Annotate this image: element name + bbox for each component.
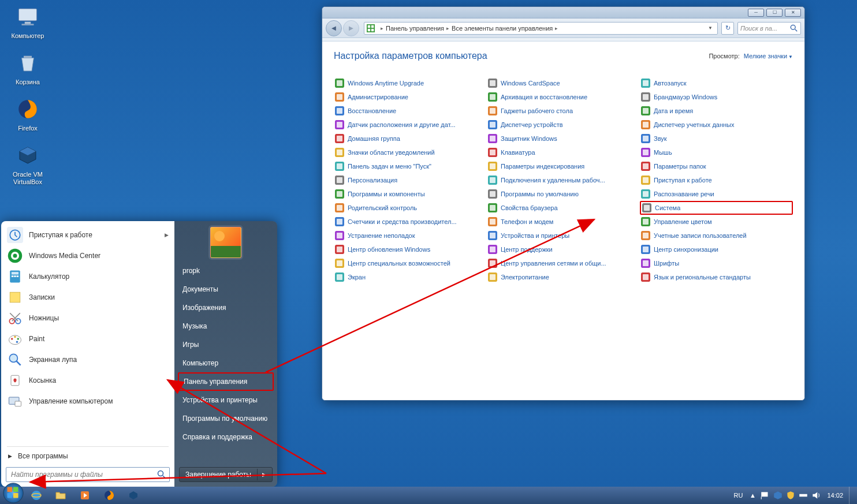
- sm-documents[interactable]: Документы: [174, 280, 277, 298]
- sm-devices[interactable]: Устройства и принтеры: [174, 391, 277, 409]
- cp-item[interactable]: Устройства и принтеры: [487, 229, 640, 242]
- cp-item[interactable]: Автозапуск: [640, 76, 793, 90]
- sm-solitaire[interactable]: Косынка: [2, 370, 173, 391]
- cp-item[interactable]: Телефон и модем: [487, 215, 640, 229]
- cp-item[interactable]: Восстановление: [334, 104, 487, 118]
- cp-item[interactable]: Устранение неполадок: [334, 229, 487, 242]
- cp-item[interactable]: Программы и компоненты: [334, 187, 487, 201]
- cp-item[interactable]: Windows Anytime Upgrade: [334, 76, 487, 90]
- sm-games[interactable]: Игры: [174, 335, 277, 354]
- breadcrumb-item[interactable]: Все элементы панели управления: [452, 25, 553, 32]
- cp-item[interactable]: Windows CardSpace: [487, 76, 640, 90]
- tb-vbox[interactable]: [122, 488, 145, 502]
- shutdown-options-icon[interactable]: ▶: [257, 469, 271, 480]
- sm-pictures[interactable]: Изображения: [174, 298, 277, 317]
- cp-item[interactable]: Подключения к удаленным рабоч...: [487, 173, 640, 187]
- sm-calculator[interactable]: Калькулятор: [2, 266, 173, 287]
- cp-item[interactable]: Панель задач и меню "Пуск": [334, 159, 487, 173]
- cp-item[interactable]: Центр управления сетями и общи...: [487, 256, 640, 270]
- start-button[interactable]: [2, 482, 24, 504]
- sm-search[interactable]: [6, 467, 170, 482]
- desktop-icon-recycle[interactable]: Корзина: [6, 50, 50, 86]
- cp-item[interactable]: Гаджеты рабочего стола: [487, 104, 640, 118]
- nav-back-button[interactable]: ◄: [326, 20, 342, 36]
- cp-item[interactable]: Язык и региональные стандарты: [640, 270, 793, 284]
- sm-control-panel[interactable]: Панель управления: [178, 372, 274, 391]
- cp-item[interactable]: Защитник Windows: [487, 132, 640, 145]
- cp-item[interactable]: Экран: [334, 270, 487, 284]
- cp-item[interactable]: Архивация и восстановление: [487, 90, 640, 104]
- sm-wmc[interactable]: Windows Media Center: [2, 245, 173, 266]
- tray-show-hidden-icon[interactable]: ▲: [747, 490, 758, 501]
- tray-volume-icon[interactable]: [811, 490, 821, 501]
- view-dropdown[interactable]: Мелкие значки▼: [744, 53, 793, 59]
- cp-item[interactable]: Параметры папок: [640, 159, 793, 173]
- cp-item[interactable]: Центр обновления Windows: [334, 242, 487, 256]
- cp-item[interactable]: Родительский контроль: [334, 201, 487, 215]
- cp-item[interactable]: Персонализация: [334, 173, 487, 187]
- sm-notes[interactable]: Записки: [2, 287, 173, 308]
- tray-shield-icon[interactable]: [785, 490, 796, 501]
- cp-item[interactable]: Система: [640, 201, 793, 215]
- cp-item[interactable]: Параметры индексирования: [487, 159, 640, 173]
- cp-item[interactable]: Приступая к работе: [640, 173, 793, 187]
- cp-item[interactable]: Датчик расположения и другие дат...: [334, 118, 487, 132]
- cp-item[interactable]: Звук: [640, 132, 793, 145]
- window-minimize-button[interactable]: ─: [748, 9, 764, 17]
- sm-compmgmt[interactable]: Управление компьютером: [2, 391, 173, 412]
- search-box[interactable]: Поиск в па...: [737, 22, 801, 35]
- cp-item[interactable]: Клавиатура: [487, 145, 640, 159]
- cp-item[interactable]: Распознавание речи: [640, 187, 793, 201]
- cp-item[interactable]: Центр синхронизации: [640, 242, 793, 256]
- cp-item[interactable]: Администрирование: [334, 90, 487, 104]
- cp-item[interactable]: Управление цветом: [640, 215, 793, 229]
- sm-paint[interactable]: Paint: [2, 328, 173, 349]
- address-dropdown[interactable]: ▼: [706, 25, 715, 31]
- cp-item[interactable]: Учетные записи пользователей: [640, 229, 793, 242]
- cp-item[interactable]: Мышь: [640, 145, 793, 159]
- clock[interactable]: 14:02: [827, 492, 843, 499]
- cp-item[interactable]: Свойства браузера: [487, 201, 640, 215]
- cp-item[interactable]: Шрифты: [640, 256, 793, 270]
- cp-item[interactable]: Домашняя группа: [334, 132, 487, 145]
- breadcrumb-item[interactable]: Панель управления: [386, 25, 444, 32]
- user-avatar[interactable]: [210, 227, 241, 258]
- sm-default-programs[interactable]: Программы по умолчанию: [174, 409, 277, 428]
- tray-flag-icon[interactable]: [760, 490, 770, 501]
- tb-ie[interactable]: [25, 488, 48, 502]
- sm-all-programs[interactable]: ▶ Все программы: [2, 449, 173, 464]
- tray-vbox-icon[interactable]: [773, 490, 783, 501]
- cp-item[interactable]: Диспетчер устройств: [487, 118, 640, 132]
- cp-item[interactable]: Электропитание: [487, 270, 640, 284]
- sm-magnifier[interactable]: Экранная лупа: [2, 349, 173, 370]
- window-titlebar[interactable]: ─ ☐ ✕: [322, 7, 804, 18]
- cp-item[interactable]: Диспетчер учетных данных: [640, 118, 793, 132]
- window-maximize-button[interactable]: ☐: [766, 9, 783, 17]
- cp-item[interactable]: Центр поддержки: [487, 242, 640, 256]
- desktop-icon-firefox[interactable]: Firefox: [6, 96, 50, 132]
- desktop-icon-computer[interactable]: Компьютер: [6, 3, 50, 40]
- sm-getting-started[interactable]: Приступая к работе ▶: [2, 225, 173, 245]
- sm-help[interactable]: Справка и поддержка: [174, 428, 277, 446]
- sm-shutdown[interactable]: Завершение работы ▶: [179, 467, 273, 482]
- cp-item[interactable]: Счетчики и средства производител...: [334, 215, 487, 229]
- sm-computer[interactable]: Компьютер: [174, 354, 277, 372]
- desktop-icon-virtualbox[interactable]: Oracle VM VirtualBox: [6, 142, 50, 186]
- refresh-button[interactable]: ↻: [721, 22, 734, 35]
- tb-explorer[interactable]: [49, 488, 72, 502]
- address-bar[interactable]: ▸ Панель управления ▸ Все элементы панел…: [364, 22, 718, 35]
- cp-item[interactable]: Значки области уведомлений: [334, 145, 487, 159]
- sm-music[interactable]: Музыка: [174, 317, 277, 335]
- tray-network-icon[interactable]: [798, 490, 808, 501]
- tb-firefox[interactable]: [98, 488, 121, 502]
- tb-wmp[interactable]: [73, 488, 96, 502]
- sm-username[interactable]: propk: [174, 262, 277, 280]
- sm-snipping[interactable]: Ножницы: [2, 308, 173, 328]
- cp-item[interactable]: Брандмауэр Windows: [640, 90, 793, 104]
- window-close-button[interactable]: ✕: [785, 9, 801, 17]
- cp-item[interactable]: Дата и время: [640, 104, 793, 118]
- lang-indicator[interactable]: RU: [734, 492, 743, 499]
- cp-item[interactable]: Центр специальных возможностей: [334, 256, 487, 270]
- show-desktop-button[interactable]: [849, 487, 854, 504]
- sm-search-input[interactable]: [6, 467, 170, 482]
